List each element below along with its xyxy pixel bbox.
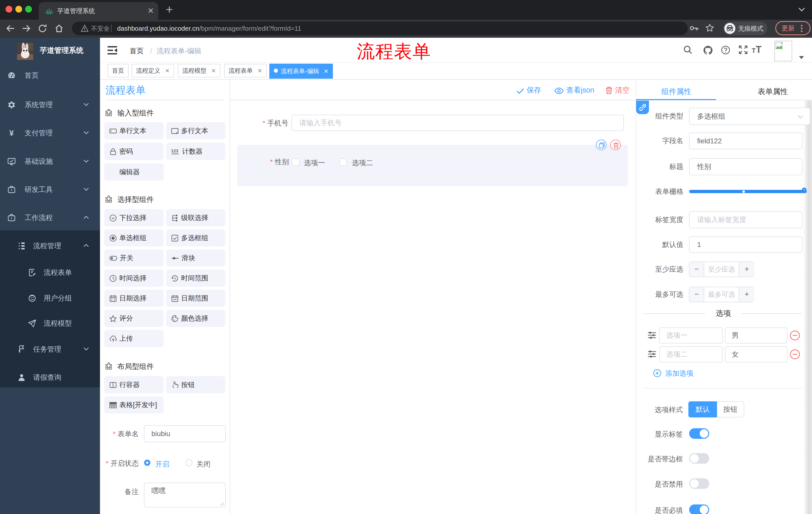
svg-text:123: 123 xyxy=(171,148,178,154)
